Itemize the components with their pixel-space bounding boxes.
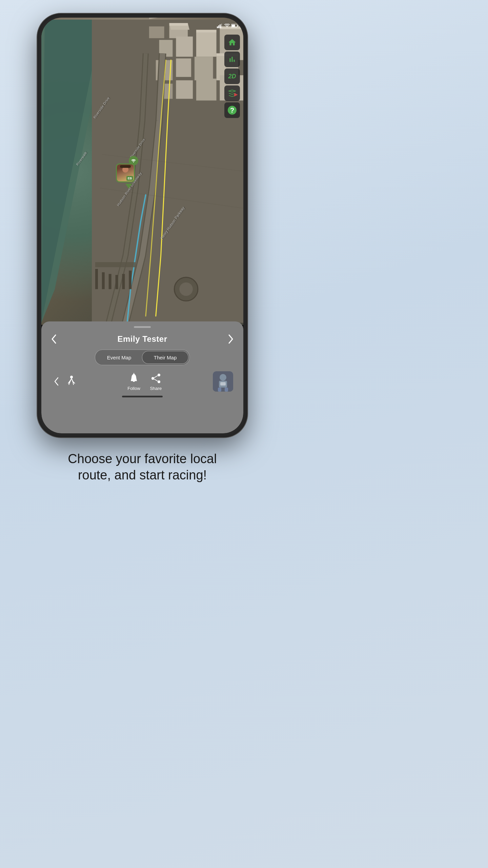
help-button[interactable]: ?	[224, 102, 240, 118]
map-svg	[41, 18, 243, 325]
event-map-tab[interactable]: Event Map	[96, 351, 142, 364]
back-to-list-button[interactable]	[52, 376, 62, 387]
svg-rect-14	[196, 30, 217, 57]
svg-rect-6	[232, 25, 235, 27]
action-left	[52, 375, 77, 388]
map-background: Riverside Drive Riverwalk Hudson River G…	[41, 18, 243, 325]
user-avatar-thumbnail[interactable]	[213, 371, 233, 392]
svg-rect-13	[176, 37, 193, 57]
2d-label: 2D	[228, 73, 236, 80]
svg-rect-54	[225, 388, 228, 392]
svg-rect-1	[218, 25, 219, 28]
svg-rect-18	[195, 57, 213, 80]
toolbar-right: 2D ?	[224, 35, 240, 118]
marker-pin	[125, 184, 132, 189]
svg-point-47	[158, 380, 160, 383]
bottom-indicator-bar	[122, 396, 163, 397]
svg-rect-22	[196, 79, 217, 101]
marker-photo: EB	[116, 163, 135, 182]
follow-button[interactable]: Follow	[127, 372, 140, 391]
their-map-tab[interactable]: Their Map	[142, 351, 188, 364]
svg-rect-0	[217, 26, 218, 28]
svg-rect-31	[109, 274, 111, 289]
svg-rect-34	[129, 271, 131, 289]
share-button[interactable]: Share	[150, 372, 162, 391]
user-marker[interactable]: EB	[116, 163, 135, 189]
follow-label: Follow	[127, 386, 140, 391]
bottom-panel: Emily Tester Event Map Their Map	[41, 321, 243, 433]
phone-shell: Riverside Drive Riverwalk Hudson River G…	[37, 14, 247, 437]
svg-rect-17	[176, 58, 191, 77]
compass-icon: ▶	[234, 92, 238, 97]
bell-icon	[128, 372, 140, 384]
svg-rect-21	[176, 80, 193, 99]
share-label: Share	[150, 386, 162, 391]
svg-point-45	[158, 374, 160, 376]
svg-point-46	[151, 377, 154, 380]
action-center: Follow Share	[127, 372, 162, 391]
svg-rect-32	[116, 275, 118, 289]
svg-point-51	[220, 374, 226, 381]
user-name-label: Emily Tester	[118, 334, 167, 344]
prev-user-button[interactable]	[48, 333, 60, 345]
svg-rect-55	[220, 382, 226, 386]
status-bar	[41, 18, 243, 31]
signal-icon	[217, 24, 223, 28]
svg-rect-2	[220, 24, 221, 28]
svg-rect-29	[95, 269, 98, 289]
svg-rect-30	[102, 272, 105, 289]
status-icons	[217, 24, 239, 28]
svg-rect-28	[95, 262, 136, 267]
svg-line-48	[154, 376, 158, 378]
drag-handle[interactable]	[134, 326, 151, 328]
tagline-line1: Choose your favorite local	[68, 452, 217, 466]
svg-rect-5	[238, 25, 238, 27]
svg-point-36	[179, 282, 193, 296]
svg-point-37	[70, 376, 73, 378]
phone-screen: Riverside Drive Riverwalk Hudson River G…	[41, 18, 243, 433]
avatar-image	[213, 371, 233, 392]
tagline-line2: route, and start racing!	[78, 468, 207, 482]
share-icon	[150, 372, 162, 384]
stats-button[interactable]	[224, 52, 240, 67]
svg-line-49	[154, 379, 158, 381]
help-icon: ?	[228, 106, 237, 115]
home-button[interactable]	[224, 35, 240, 50]
panel-header: Emily Tester	[48, 333, 237, 345]
wifi-icon	[224, 24, 230, 28]
marker-initials-badge: EB	[126, 176, 133, 181]
runner-icon	[64, 375, 77, 388]
next-user-button[interactable]	[225, 333, 237, 345]
battery-icon	[231, 24, 239, 28]
2d-toggle-button[interactable]: 2D	[224, 68, 240, 84]
tab-switcher: Event Map Their Map	[95, 350, 190, 365]
tagline-text: Choose your favorite local route, and st…	[47, 451, 237, 483]
bottom-actions: Follow Share	[48, 371, 237, 392]
svg-rect-3	[221, 24, 222, 28]
svg-rect-53	[218, 388, 221, 392]
map-area[interactable]: Riverside Drive Riverwalk Hudson River G…	[41, 18, 243, 325]
svg-rect-33	[122, 274, 125, 289]
